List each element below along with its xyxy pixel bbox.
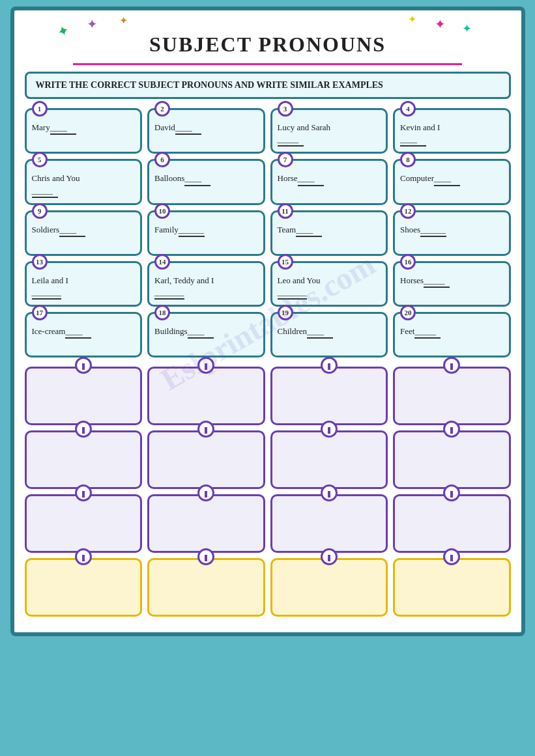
- item-box-12: 12Shoes______: [393, 210, 511, 256]
- item-text-16: Horses_____: [400, 275, 504, 288]
- item-box-10: 10Family______: [147, 210, 265, 256]
- item-box-1: 1Mary____: [25, 108, 143, 154]
- page-title: SUBJECT PRONOUNS: [25, 33, 511, 57]
- answer-cell-2-3[interactable]: [393, 494, 511, 553]
- item-text-11: Team____: [278, 224, 381, 237]
- item-number-10: 10: [154, 203, 170, 219]
- item-box-6: 6Balloons____: [147, 159, 265, 204]
- item-text-6: Balloons____: [154, 173, 258, 186]
- item-text-1: Mary____: [32, 122, 136, 135]
- star-purple: ✦: [87, 16, 98, 32]
- answer-cell-2-2[interactable]: [270, 494, 388, 553]
- answer-cell-0-3[interactable]: [393, 367, 511, 425]
- item-text-17: Ice-cream____: [32, 326, 136, 339]
- item-box-4: 4Kevin and I____: [393, 108, 511, 154]
- answer-cell-1-1[interactable]: [147, 430, 265, 489]
- item-box-18: 18Buildings____: [147, 312, 265, 357]
- item-number-19: 19: [278, 305, 293, 320]
- star-orange: ✦: [119, 14, 128, 27]
- item-box-15: 15Leo and You_______: [270, 261, 388, 307]
- answer-cell-1-2[interactable]: [270, 430, 388, 489]
- item-text-3: Lucy and Sarah_____: [278, 122, 381, 147]
- item-text-20: Feet_____: [400, 326, 504, 339]
- item-text-14: Karl, Teddy and I_______: [154, 275, 258, 300]
- item-box-2: 2David____: [147, 108, 265, 154]
- item-number-5: 5: [32, 152, 48, 167]
- answer-cell-3-0[interactable]: [25, 558, 143, 617]
- item-number-17: 17: [32, 305, 48, 320]
- answer-cell-2-0[interactable]: [25, 494, 143, 553]
- item-text-12: Shoes______: [400, 224, 504, 237]
- answer-cell-3-1[interactable]: [147, 558, 265, 617]
- item-text-18: Buildings____: [154, 326, 258, 339]
- answer-cell-3-2[interactable]: [270, 558, 388, 617]
- answer-cell-0-1[interactable]: [147, 367, 265, 425]
- item-number-18: 18: [154, 305, 170, 320]
- item-text-19: Children____: [278, 326, 381, 339]
- answer-cell-0-0[interactable]: [25, 367, 143, 425]
- item-box-9: 9Soldiers____: [25, 210, 143, 256]
- item-box-3: 3Lucy and Sarah_____: [270, 108, 388, 154]
- answer-cell-3-3[interactable]: [393, 558, 511, 617]
- item-number-20: 20: [400, 305, 416, 320]
- answer-cell-1-0[interactable]: [25, 430, 143, 489]
- star-pink: ✦: [435, 16, 446, 32]
- instruction-box: WRITE THE CORRECT SUBJECT PRONOUNS AND W…: [25, 72, 511, 99]
- item-box-8: 8Computer____: [393, 159, 511, 204]
- item-box-19: 19Children____: [270, 312, 388, 357]
- item-text-13: Leila and I_______: [32, 275, 136, 300]
- item-number-2: 2: [154, 101, 170, 117]
- item-number-6: 6: [154, 152, 170, 167]
- item-box-11: 11Team____: [270, 210, 388, 256]
- item-number-12: 12: [400, 203, 416, 219]
- item-text-5: Chris and You_____: [32, 173, 136, 197]
- item-number-8: 8: [400, 152, 416, 167]
- answer-row-1: [25, 430, 511, 489]
- item-text-15: Leo and You_______: [278, 275, 381, 300]
- answer-cell-2-1[interactable]: [147, 494, 265, 553]
- star-yellow: ✦: [408, 13, 416, 25]
- item-box-20: 20Feet_____: [393, 312, 511, 357]
- items-grid: 1Mary____2David____3Lucy and Sarah_____4…: [25, 108, 511, 357]
- item-box-5: 5Chris and You_____: [25, 159, 143, 204]
- item-number-7: 7: [278, 152, 293, 167]
- item-text-2: David____: [154, 122, 258, 135]
- answer-section: [25, 367, 511, 617]
- item-text-8: Computer____: [400, 173, 504, 186]
- answer-row-2: [25, 494, 511, 553]
- worksheet-page: ✦ ✦ ✦ ✦ ✦ ✦ SUBJECT PRONOUNS WRITE THE C…: [10, 7, 525, 636]
- item-box-14: 14Karl, Teddy and I_______: [147, 261, 265, 307]
- item-number-16: 16: [400, 254, 416, 270]
- item-text-4: Kevin and I____: [400, 122, 504, 147]
- item-box-7: 7Horse____: [270, 159, 388, 204]
- item-box-16: 16Horses_____: [393, 261, 511, 307]
- answer-row-3: [25, 558, 511, 617]
- item-number-11: 11: [278, 203, 293, 219]
- answer-cell-1-3[interactable]: [393, 430, 511, 489]
- item-text-7: Horse____: [278, 173, 381, 186]
- item-number-4: 4: [400, 101, 416, 117]
- item-text-10: Family______: [154, 224, 258, 237]
- item-number-15: 15: [278, 254, 293, 270]
- item-box-13: 13Leila and I_______: [25, 261, 143, 307]
- answer-row-0: [25, 367, 511, 425]
- item-number-13: 13: [32, 254, 48, 270]
- stars-area: ✦ ✦ ✦ ✦ ✦ ✦: [25, 20, 511, 33]
- item-number-14: 14: [154, 254, 170, 270]
- item-number-3: 3: [278, 101, 293, 117]
- title-underline: [73, 63, 462, 65]
- instruction-text: WRITE THE CORRECT SUBJECT PRONOUNS AND W…: [36, 80, 383, 90]
- item-number-1: 1: [32, 101, 48, 117]
- item-text-9: Soldiers____: [32, 224, 136, 237]
- item-number-9: 9: [32, 203, 48, 219]
- item-box-17: 17Ice-cream____: [25, 312, 143, 357]
- answer-cell-0-2[interactable]: [270, 367, 388, 425]
